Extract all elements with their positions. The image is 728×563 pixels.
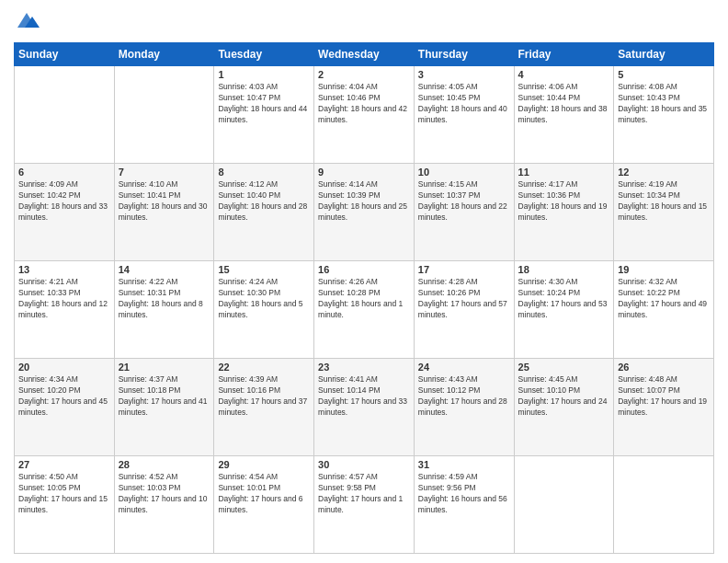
day-number: 30 xyxy=(318,459,410,470)
day-info: Sunrise: 4:19 AM Sunset: 10:34 PM Daylig… xyxy=(618,179,710,224)
day-number: 31 xyxy=(418,459,510,470)
calendar-cell: 26Sunrise: 4:48 AM Sunset: 10:07 PM Dayl… xyxy=(614,359,714,456)
calendar-header-sunday: Sunday xyxy=(15,43,115,66)
day-info: Sunrise: 4:21 AM Sunset: 10:33 PM Daylig… xyxy=(18,277,110,321)
day-info: Sunrise: 4:48 AM Sunset: 10:07 PM Daylig… xyxy=(618,374,710,419)
day-number: 16 xyxy=(318,264,410,275)
calendar-header-monday: Monday xyxy=(114,43,214,66)
calendar-header-row: SundayMondayTuesdayWednesdayThursdayFrid… xyxy=(15,43,714,66)
calendar-cell: 25Sunrise: 4:45 AM Sunset: 10:10 PM Dayl… xyxy=(514,359,614,456)
day-info: Sunrise: 4:24 AM Sunset: 10:30 PM Daylig… xyxy=(218,277,310,321)
day-info: Sunrise: 4:17 AM Sunset: 10:36 PM Daylig… xyxy=(518,179,610,224)
calendar-cell: 27Sunrise: 4:50 AM Sunset: 10:05 PM Dayl… xyxy=(15,456,115,554)
day-number: 20 xyxy=(18,362,110,373)
calendar-week-row: 6Sunrise: 4:09 AM Sunset: 10:42 PM Dayli… xyxy=(15,164,714,261)
calendar-table: SundayMondayTuesdayWednesdayThursdayFrid… xyxy=(14,42,714,554)
day-info: Sunrise: 4:45 AM Sunset: 10:10 PM Daylig… xyxy=(518,374,610,419)
calendar-cell: 19Sunrise: 4:32 AM Sunset: 10:22 PM Dayl… xyxy=(614,261,714,359)
day-number: 23 xyxy=(318,362,410,373)
day-info: Sunrise: 4:37 AM Sunset: 10:18 PM Daylig… xyxy=(119,374,210,419)
day-info: Sunrise: 4:08 AM Sunset: 10:43 PM Daylig… xyxy=(618,82,710,126)
calendar-cell xyxy=(15,66,115,164)
calendar-cell: 8Sunrise: 4:12 AM Sunset: 10:40 PM Dayli… xyxy=(214,164,314,261)
day-number: 19 xyxy=(618,264,710,275)
day-info: Sunrise: 4:54 AM Sunset: 10:01 PM Daylig… xyxy=(218,472,310,516)
calendar-week-row: 20Sunrise: 4:34 AM Sunset: 10:20 PM Dayl… xyxy=(15,359,714,456)
calendar-cell xyxy=(614,456,714,554)
day-info: Sunrise: 4:10 AM Sunset: 10:41 PM Daylig… xyxy=(119,179,210,224)
day-number: 5 xyxy=(618,69,710,80)
day-info: Sunrise: 4:52 AM Sunset: 10:03 PM Daylig… xyxy=(119,472,210,516)
day-info: Sunrise: 4:26 AM Sunset: 10:28 PM Daylig… xyxy=(318,277,410,321)
day-number: 2 xyxy=(318,69,410,80)
calendar-cell: 7Sunrise: 4:10 AM Sunset: 10:41 PM Dayli… xyxy=(114,164,214,261)
day-number: 3 xyxy=(418,69,510,80)
day-number: 24 xyxy=(418,362,510,373)
day-info: Sunrise: 4:43 AM Sunset: 10:12 PM Daylig… xyxy=(418,374,510,419)
calendar-cell: 9Sunrise: 4:14 AM Sunset: 10:39 PM Dayli… xyxy=(314,164,415,261)
day-info: Sunrise: 4:41 AM Sunset: 10:14 PM Daylig… xyxy=(318,374,410,419)
day-number: 26 xyxy=(618,362,710,373)
day-info: Sunrise: 4:50 AM Sunset: 10:05 PM Daylig… xyxy=(18,472,110,516)
day-number: 21 xyxy=(119,362,210,373)
day-number: 9 xyxy=(318,167,410,178)
calendar-cell: 6Sunrise: 4:09 AM Sunset: 10:42 PM Dayli… xyxy=(15,164,115,261)
day-info: Sunrise: 4:28 AM Sunset: 10:26 PM Daylig… xyxy=(418,277,510,321)
day-number: 18 xyxy=(518,264,610,275)
day-info: Sunrise: 4:09 AM Sunset: 10:42 PM Daylig… xyxy=(18,179,110,224)
calendar-header-tuesday: Tuesday xyxy=(214,43,314,66)
day-number: 13 xyxy=(18,264,110,275)
logo-icon xyxy=(14,9,40,35)
day-number: 27 xyxy=(18,459,110,470)
day-number: 4 xyxy=(518,69,610,80)
logo xyxy=(14,9,43,35)
calendar-cell: 18Sunrise: 4:30 AM Sunset: 10:24 PM Dayl… xyxy=(514,261,614,359)
day-number: 29 xyxy=(218,459,310,470)
calendar-header-friday: Friday xyxy=(514,43,614,66)
calendar-cell: 5Sunrise: 4:08 AM Sunset: 10:43 PM Dayli… xyxy=(614,66,714,164)
calendar-cell: 20Sunrise: 4:34 AM Sunset: 10:20 PM Dayl… xyxy=(15,359,115,456)
calendar-cell: 3Sunrise: 4:05 AM Sunset: 10:45 PM Dayli… xyxy=(414,66,514,164)
calendar-cell: 4Sunrise: 4:06 AM Sunset: 10:44 PM Dayli… xyxy=(514,66,614,164)
calendar-cell: 13Sunrise: 4:21 AM Sunset: 10:33 PM Dayl… xyxy=(15,261,115,359)
day-info: Sunrise: 4:14 AM Sunset: 10:39 PM Daylig… xyxy=(318,179,410,224)
calendar-cell xyxy=(114,66,214,164)
day-info: Sunrise: 4:12 AM Sunset: 10:40 PM Daylig… xyxy=(218,179,310,224)
day-info: Sunrise: 4:34 AM Sunset: 10:20 PM Daylig… xyxy=(18,374,110,419)
day-info: Sunrise: 4:06 AM Sunset: 10:44 PM Daylig… xyxy=(518,82,610,126)
header xyxy=(14,9,714,35)
calendar-cell: 31Sunrise: 4:59 AM Sunset: 9:56 PM Dayli… xyxy=(414,456,514,554)
day-info: Sunrise: 4:15 AM Sunset: 10:37 PM Daylig… xyxy=(418,179,510,224)
calendar-cell: 16Sunrise: 4:26 AM Sunset: 10:28 PM Dayl… xyxy=(314,261,415,359)
calendar-cell: 14Sunrise: 4:22 AM Sunset: 10:31 PM Dayl… xyxy=(114,261,214,359)
day-info: Sunrise: 4:32 AM Sunset: 10:22 PM Daylig… xyxy=(618,277,710,321)
calendar-cell: 2Sunrise: 4:04 AM Sunset: 10:46 PM Dayli… xyxy=(314,66,415,164)
calendar-cell: 30Sunrise: 4:57 AM Sunset: 9:58 PM Dayli… xyxy=(314,456,415,554)
calendar-cell: 23Sunrise: 4:41 AM Sunset: 10:14 PM Dayl… xyxy=(314,359,415,456)
day-number: 10 xyxy=(418,167,510,178)
calendar-cell: 1Sunrise: 4:03 AM Sunset: 10:47 PM Dayli… xyxy=(214,66,314,164)
day-info: Sunrise: 4:57 AM Sunset: 9:58 PM Dayligh… xyxy=(318,472,410,516)
day-info: Sunrise: 4:22 AM Sunset: 10:31 PM Daylig… xyxy=(119,277,210,321)
day-info: Sunrise: 4:30 AM Sunset: 10:24 PM Daylig… xyxy=(518,277,610,321)
calendar-cell: 10Sunrise: 4:15 AM Sunset: 10:37 PM Dayl… xyxy=(414,164,514,261)
day-info: Sunrise: 4:05 AM Sunset: 10:45 PM Daylig… xyxy=(418,82,510,126)
day-info: Sunrise: 4:04 AM Sunset: 10:46 PM Daylig… xyxy=(318,82,410,126)
day-number: 1 xyxy=(218,69,310,80)
calendar-cell: 11Sunrise: 4:17 AM Sunset: 10:36 PM Dayl… xyxy=(514,164,614,261)
calendar-cell: 29Sunrise: 4:54 AM Sunset: 10:01 PM Dayl… xyxy=(214,456,314,554)
calendar-cell: 21Sunrise: 4:37 AM Sunset: 10:18 PM Dayl… xyxy=(114,359,214,456)
day-number: 14 xyxy=(119,264,210,275)
day-number: 11 xyxy=(518,167,610,178)
calendar-cell: 24Sunrise: 4:43 AM Sunset: 10:12 PM Dayl… xyxy=(414,359,514,456)
day-number: 7 xyxy=(119,167,210,178)
day-info: Sunrise: 4:03 AM Sunset: 10:47 PM Daylig… xyxy=(218,82,310,126)
day-info: Sunrise: 4:39 AM Sunset: 10:16 PM Daylig… xyxy=(218,374,310,419)
calendar-cell xyxy=(514,456,614,554)
day-number: 28 xyxy=(119,459,210,470)
calendar-cell: 22Sunrise: 4:39 AM Sunset: 10:16 PM Dayl… xyxy=(214,359,314,456)
calendar-header-wednesday: Wednesday xyxy=(314,43,415,66)
calendar-cell: 12Sunrise: 4:19 AM Sunset: 10:34 PM Dayl… xyxy=(614,164,714,261)
day-info: Sunrise: 4:59 AM Sunset: 9:56 PM Dayligh… xyxy=(418,472,510,516)
page: SundayMondayTuesdayWednesdayThursdayFrid… xyxy=(0,0,728,563)
